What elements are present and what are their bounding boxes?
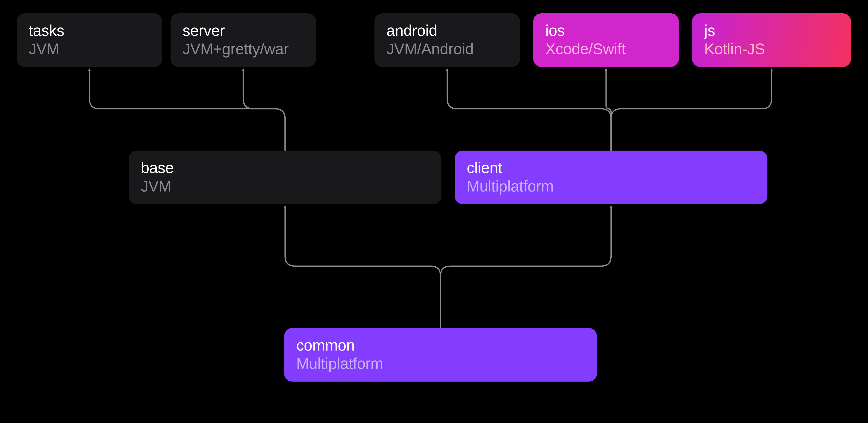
node-subtitle: Kotlin-JS [704,39,839,59]
edge-common-to-base [285,206,441,328]
node-subtitle: JVM/Android [386,39,508,59]
node-title: ios [545,22,666,39]
node-title: js [704,22,839,39]
node-title: common [296,336,585,354]
node-title: base [141,159,429,176]
diagram-canvas: tasks JVM server JVM+gretty/war android … [0,0,868,407]
node-title: tasks [29,22,150,39]
node-common: common Multiplatform [284,328,597,382]
node-base: base JVM [129,151,441,204]
node-js: js Kotlin-JS [692,13,851,67]
node-title: client [467,159,755,176]
node-subtitle: JVM [141,176,429,196]
edge-base-to-server [243,69,285,151]
edge-client-to-android [447,69,611,151]
node-subtitle: Multiplatform [467,176,755,196]
node-title: server [183,22,304,39]
node-subtitle: Multiplatform [296,354,585,373]
node-subtitle: JVM+gretty/war [183,39,304,59]
node-tasks: tasks JVM [17,13,162,67]
edge-client-to-js [611,69,772,151]
node-ios: ios Xcode/Swift [533,13,679,67]
node-subtitle: Xcode/Swift [545,39,666,59]
node-subtitle: JVM [29,39,150,59]
node-title: android [386,22,508,39]
node-android: android JVM/Android [374,13,520,67]
edge-common-to-client [441,206,611,328]
node-server: server JVM+gretty/war [170,13,316,67]
node-client: client Multiplatform [455,151,767,204]
edge-base-to-tasks [89,69,285,151]
edge-client-to-ios [606,69,611,151]
